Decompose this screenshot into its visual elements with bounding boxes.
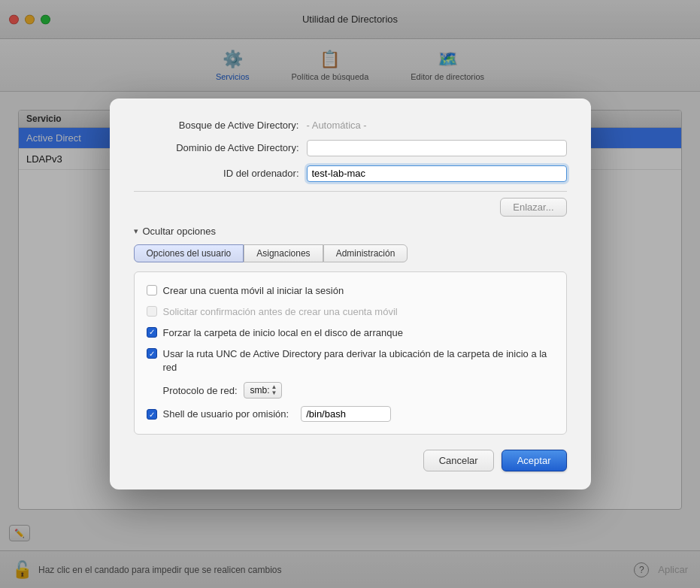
tab-administracion[interactable]: Administración [323,244,408,262]
label-forzar-carpeta: Forzar la carpeta de inicio local en el … [163,326,403,340]
select-arrows-icon: ▲ ▼ [271,384,277,396]
divider [134,191,567,192]
option-solicitar-confirmacion: Solicitar confirmación antes de crear un… [147,305,554,319]
dominio-label: Dominio de Active Directory: [134,142,307,153]
options-area: Crear una cuenta móvil al iniciar la ses… [134,271,567,435]
modal-footer: Cancelar Aceptar [134,450,567,471]
ordenador-input[interactable] [307,165,567,182]
option-forzar-carpeta: Forzar la carpeta de inicio local en el … [147,326,554,340]
section-title: Ocultar opciones [143,226,217,237]
label-usar-ruta-unc: Usar la ruta UNC de Active Directory par… [163,347,554,374]
bosque-value: - Automática - [307,120,367,131]
bosque-label: Bosque de Active Directory: [134,120,307,131]
label-solicitar-confirmacion: Solicitar confirmación antes de crear un… [163,305,398,319]
aceptar-button[interactable]: Aceptar [502,450,567,471]
tab-asignaciones[interactable]: Asignaciones [244,244,323,262]
protocolo-value: smb: [250,385,270,396]
dominio-input[interactable] [307,140,567,156]
tab-opciones-usuario[interactable]: Opciones del usuario [134,244,244,262]
ordenador-row: ID del ordenador: [134,165,567,182]
modal-overlay: Bosque de Active Directory: - Automática… [0,0,700,588]
ordenador-label: ID del ordenador: [134,168,307,179]
modal-dialog: Bosque de Active Directory: - Automática… [110,99,591,490]
tab-bar: Opciones del usuario Asignaciones Admini… [134,244,567,262]
checkbox-crear-cuenta[interactable] [147,285,157,296]
dominio-row: Dominio de Active Directory: [134,140,567,156]
option-shell: Shell de usuario por omisión: [147,406,554,422]
checkbox-solicitar-confirmacion[interactable] [147,306,157,317]
enlazar-row: Enlazar... [134,198,567,217]
label-shell: Shell de usuario por omisión: [163,408,289,421]
cancelar-button[interactable]: Cancelar [423,450,494,471]
protocolo-label: Protocolo de red: [163,385,238,396]
enlazar-button[interactable]: Enlazar... [500,198,566,217]
chevron-down-icon: ▾ [134,226,138,236]
checkbox-usar-ruta-unc[interactable] [147,348,157,359]
checkbox-shell[interactable] [147,409,157,420]
checkbox-forzar-carpeta[interactable] [147,327,157,338]
protocolo-row: Protocolo de red: smb: ▲ ▼ [147,382,554,399]
shell-input[interactable] [301,406,391,422]
section-header[interactable]: ▾ Ocultar opciones [134,226,567,237]
option-usar-ruta-unc: Usar la ruta UNC de Active Directory par… [147,347,554,374]
bosque-row: Bosque de Active Directory: - Automática… [134,120,567,131]
option-crear-cuenta: Crear una cuenta móvil al iniciar la ses… [147,284,554,298]
protocolo-select[interactable]: smb: ▲ ▼ [244,382,283,399]
label-crear-cuenta: Crear una cuenta móvil al iniciar la ses… [163,284,344,298]
